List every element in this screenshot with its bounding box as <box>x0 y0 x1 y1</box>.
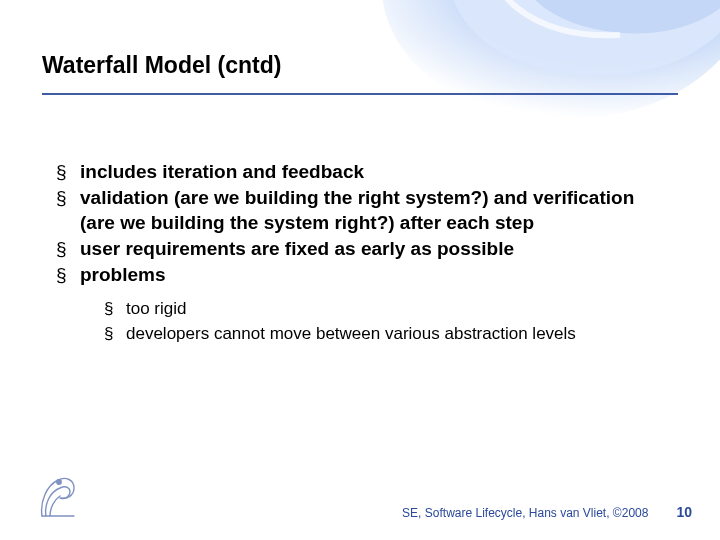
bullet-item: user requirements are fixed as early as … <box>56 237 672 261</box>
sub-bullet-item: too rigid <box>104 298 672 321</box>
footer-text: SE, Software Lifecycle, Hans van Vliet, … <box>402 506 648 520</box>
sub-bullet-text: developers cannot move between various a… <box>126 324 576 343</box>
sub-bullet-text: too rigid <box>126 299 186 318</box>
bullet-text: validation (are we building the right sy… <box>80 187 634 232</box>
bullet-item: validation (are we building the right sy… <box>56 186 672 235</box>
sub-bullet-list: too rigid developers cannot move between… <box>104 298 672 346</box>
sub-bullet-item: developers cannot move between various a… <box>104 323 672 346</box>
page-number: 10 <box>676 504 692 520</box>
content-area: includes iteration and feedback validati… <box>56 160 672 347</box>
bullet-text: user requirements are fixed as early as … <box>80 238 514 259</box>
slide-title: Waterfall Model (cntd) <box>42 52 678 79</box>
bullet-list: includes iteration and feedback validati… <box>56 160 672 345</box>
publisher-logo-icon <box>36 472 78 520</box>
svg-point-0 <box>57 480 61 484</box>
bullet-text: includes iteration and feedback <box>80 161 364 182</box>
bullet-item: includes iteration and feedback <box>56 160 672 184</box>
bullet-item: problems too rigid developers cannot mov… <box>56 263 672 345</box>
title-underline <box>42 93 678 95</box>
bullet-text: problems <box>80 264 166 285</box>
